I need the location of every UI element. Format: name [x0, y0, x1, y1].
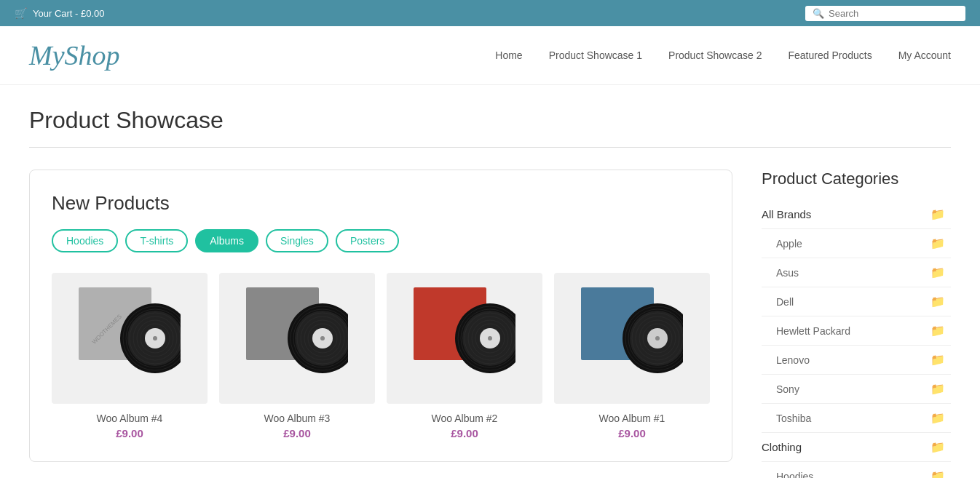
product-image-album1	[554, 273, 710, 404]
product-name-album1: Woo Album #1	[599, 413, 665, 424]
filter-singles[interactable]: Singles	[266, 229, 328, 252]
filter-albums[interactable]: Albums	[195, 229, 258, 252]
cart-area[interactable]: 🛒 Your Cart - £0.00	[15, 7, 105, 19]
category-label: Toshiba	[776, 413, 811, 424]
search-box[interactable]: 🔍	[805, 6, 965, 21]
folder-icon: 📁	[930, 382, 945, 396]
category-toshiba[interactable]: Toshiba 📁	[762, 404, 951, 433]
category-list: All Brands 📁 Apple 📁 Asus 📁 Dell 📁 Hewle…	[762, 200, 951, 478]
category-label: Asus	[776, 267, 799, 279]
folder-icon: 📁	[930, 295, 945, 308]
folder-icon: 📁	[930, 236, 945, 250]
category-sony[interactable]: Sony 📁	[762, 375, 951, 404]
svg-point-36	[488, 336, 492, 340]
category-label: All Brands	[762, 208, 811, 220]
page-title-section: Product Showcase	[0, 85, 980, 155]
category-dell[interactable]: Dell 📁	[762, 287, 951, 316]
sidebar: Product Categories All Brands 📁 Apple 📁 …	[762, 170, 951, 478]
nav-account[interactable]: My Account	[898, 49, 951, 61]
product-image-album2	[387, 273, 542, 404]
product-card-album1[interactable]: Woo Album #1 £9.00	[554, 273, 710, 439]
product-card-album4[interactable]: WOOTHEMES	[52, 273, 208, 439]
category-label: Hoodies	[776, 471, 813, 479]
category-all-brands[interactable]: All Brands 📁	[762, 200, 951, 229]
nav-showcase1[interactable]: Product Showcase 1	[549, 49, 642, 61]
category-asus[interactable]: Asus 📁	[762, 258, 951, 287]
product-image-album4: WOOTHEMES	[52, 273, 208, 404]
search-input[interactable]	[829, 8, 958, 19]
nav-featured[interactable]: Featured Products	[788, 49, 872, 61]
filter-tabs: Hoodies T-shirts Albums Singles Posters	[52, 229, 710, 252]
product-card-album3[interactable]: Woo Album #3 £9.00	[219, 273, 375, 439]
folder-icon: 📁	[930, 411, 945, 425]
product-price-album3: £9.00	[283, 427, 311, 439]
category-label: Clothing	[762, 441, 802, 453]
filter-tshirts[interactable]: T-shirts	[125, 229, 188, 252]
product-name-album2: Woo Album #2	[432, 413, 498, 424]
folder-icon: 📁	[930, 440, 945, 454]
folder-icon: 📁	[930, 469, 945, 478]
category-hewlett-packard[interactable]: Hewlett Packard 📁	[762, 316, 951, 346]
filter-hoodies[interactable]: Hoodies	[52, 229, 118, 252]
folder-icon: 📁	[930, 266, 945, 279]
svg-point-25	[320, 336, 325, 340]
category-label: Hewlett Packard	[776, 325, 850, 337]
nav-showcase2[interactable]: Product Showcase 2	[668, 49, 762, 61]
product-card-album2[interactable]: Woo Album #2 £9.00	[387, 273, 542, 439]
product-grid: WOOTHEMES	[52, 273, 710, 439]
category-lenovo[interactable]: Lenovo 📁	[762, 346, 951, 375]
category-label: Dell	[776, 296, 794, 308]
header: MyShop Home Product Showcase 1 Product S…	[0, 26, 980, 85]
sidebar-title: Product Categories	[762, 170, 951, 188]
page-title: Product Showcase	[29, 107, 951, 148]
folder-icon: 📁	[930, 324, 945, 338]
folder-icon: 📁	[930, 207, 945, 221]
product-image-album3	[219, 273, 375, 404]
cart-label: Your Cart - £0.00	[33, 8, 105, 19]
top-bar: 🛒 Your Cart - £0.00 🔍	[0, 0, 980, 26]
category-apple[interactable]: Apple 📁	[762, 229, 951, 258]
category-hoodies[interactable]: Hoodies 📁	[762, 462, 951, 478]
main-nav: Home Product Showcase 1 Product Showcase…	[495, 49, 951, 61]
folder-icon: 📁	[930, 353, 945, 367]
nav-home[interactable]: Home	[495, 49, 522, 61]
filter-posters[interactable]: Posters	[336, 229, 399, 252]
site-logo[interactable]: MyShop	[29, 39, 120, 71]
search-icon: 🔍	[813, 8, 824, 19]
category-clothing[interactable]: Clothing 📁	[762, 433, 951, 462]
product-price-album2: £9.00	[451, 427, 478, 439]
cart-icon: 🛒	[15, 7, 27, 19]
product-name-album4: Woo Album #4	[97, 413, 163, 424]
svg-point-47	[655, 336, 660, 340]
svg-point-14	[153, 336, 157, 340]
main-layout: New Products Hoodies T-shirts Albums Sin…	[0, 155, 980, 478]
product-name-album3: Woo Album #3	[264, 413, 331, 424]
category-label: Sony	[776, 383, 799, 395]
category-label: Lenovo	[776, 354, 810, 366]
product-section: New Products Hoodies T-shirts Albums Sin…	[29, 170, 732, 462]
product-price-album4: £9.00	[116, 427, 143, 439]
new-products-heading: New Products	[52, 192, 710, 215]
category-label: Apple	[776, 238, 802, 250]
product-price-album1: £9.00	[618, 427, 646, 439]
